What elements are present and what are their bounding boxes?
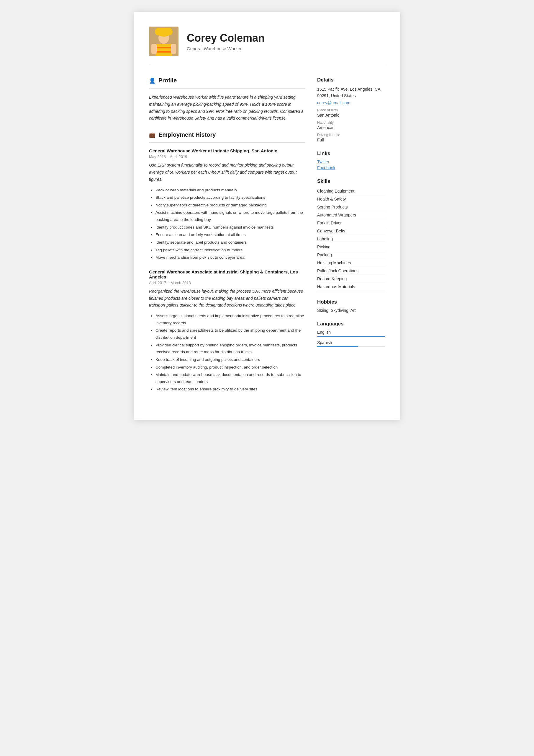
- jobs-list: General Warehouse Worker at Intinate Shi…: [149, 148, 305, 393]
- resume-document: Corey Coleman General Warehouse Worker 👤…: [134, 12, 400, 420]
- skill-item: Packing: [317, 251, 385, 259]
- nationality-label: Nationality: [317, 121, 385, 124]
- skills-title: Skills: [317, 178, 385, 184]
- skill-item: Record Keeping: [317, 275, 385, 283]
- profile-icon: 👤: [149, 77, 156, 84]
- resume-header: Corey Coleman General Warehouse Worker: [149, 27, 385, 65]
- language-item: English: [317, 330, 385, 337]
- job-dates: April 2017 – March 2018: [149, 281, 305, 285]
- list-item: Review item locations to ensure proximit…: [156, 386, 305, 393]
- nationality-value: American: [317, 125, 385, 130]
- job-bullets: Assess organizational needs and implemen…: [149, 312, 305, 393]
- detail-email: corey@email.com: [317, 100, 385, 105]
- list-item: Identify product codes and SKU numbers a…: [156, 224, 305, 231]
- skill-item: Labeling: [317, 235, 385, 243]
- job-item: General Warehouse Associate at Industria…: [149, 269, 305, 393]
- link-item[interactable]: Facebook: [317, 165, 385, 170]
- links-section: Links TwitterFacebook: [317, 150, 385, 170]
- candidate-name: Corey Coleman: [187, 32, 385, 44]
- driving-value: Full: [317, 138, 385, 142]
- skill-item: Health & Safety: [317, 195, 385, 203]
- skill-item: Picking: [317, 243, 385, 251]
- employment-section-title: 💼 Employment History: [149, 131, 305, 138]
- list-item: Provided clerical support by printing sh…: [156, 342, 305, 356]
- employment-icon: 💼: [149, 132, 156, 138]
- links-title: Links: [317, 150, 385, 156]
- right-column: Details 1515 Pacific Ave, Los Angeles, C…: [317, 77, 385, 402]
- profile-text: Experienced Warehouse worker with five y…: [149, 94, 305, 122]
- hobbies-text: Skiing, Skydiving, Art: [317, 308, 385, 313]
- place-of-birth-label: Place of birth: [317, 108, 385, 112]
- languages-section: Languages EnglishSpanish: [317, 321, 385, 347]
- skill-item: Pallet Jack Operations: [317, 267, 385, 275]
- svg-rect-9: [171, 44, 176, 54]
- svg-rect-8: [151, 44, 157, 54]
- list-item: Assess organizational needs and implemen…: [156, 312, 305, 326]
- job-description: Reorganized the warehouse layout, making…: [149, 288, 305, 309]
- main-layout: 👤 Profile Experienced Warehouse worker w…: [149, 77, 385, 402]
- job-description: Use ERP system functionality to record a…: [149, 162, 305, 183]
- list-item: Identify, separate and label products an…: [156, 239, 305, 246]
- list-item: Stack and palletize products according t…: [156, 194, 305, 201]
- job-title: General Warehouse Associate at Industria…: [149, 269, 305, 279]
- list-item: Tag pallets with the correct identificat…: [156, 247, 305, 254]
- list-item: Completed inventory auditing, product in…: [156, 364, 305, 371]
- language-bar-bg: [317, 336, 385, 337]
- svg-rect-6: [156, 47, 172, 48]
- hobbies-title: Hobbies: [317, 299, 385, 305]
- svg-rect-7: [156, 51, 172, 53]
- language-name: Spanish: [317, 340, 385, 345]
- avatar: [149, 27, 178, 56]
- links-list: TwitterFacebook: [317, 159, 385, 170]
- language-bar-fill: [317, 336, 385, 337]
- job-title: General Warehouse Worker at Intinate Shi…: [149, 148, 305, 153]
- profile-section: 👤 Profile Experienced Warehouse worker w…: [149, 77, 305, 122]
- left-column: 👤 Profile Experienced Warehouse worker w…: [149, 77, 305, 402]
- svg-rect-4: [156, 33, 171, 35]
- list-item: Pack or wrap materials and products manu…: [156, 187, 305, 194]
- language-bar-fill: [317, 346, 358, 347]
- skills-section: Skills Cleaning EquipmentHealth & Safety…: [317, 178, 385, 291]
- hobbies-section: Hobbies Skiing, Skydiving, Art: [317, 299, 385, 313]
- svg-rect-5: [156, 44, 172, 56]
- skill-item: Hazardous Materials: [317, 283, 385, 291]
- language-item: Spanish: [317, 340, 385, 347]
- language-name: English: [317, 330, 385, 335]
- employment-section: 💼 Employment History General Warehouse W…: [149, 131, 305, 393]
- list-item: Maintain and update warehouse task docum…: [156, 371, 305, 385]
- job-bullets: Pack or wrap materials and products manu…: [149, 187, 305, 261]
- skill-item: Conveyor Belts: [317, 227, 385, 235]
- list-item: Move merchandise from pick slot to conve…: [156, 254, 305, 261]
- list-item: Notify supervisors of defective products…: [156, 202, 305, 209]
- skill-item: Forklift Driver: [317, 219, 385, 227]
- place-of-birth-value: San Antonio: [317, 113, 385, 118]
- details-section: Details 1515 Pacific Ave, Los Angeles, C…: [317, 77, 385, 142]
- languages-title: Languages: [317, 321, 385, 327]
- detail-address: 1515 Pacific Ave, Los Angeles, CA 90291,…: [317, 86, 385, 99]
- link-item[interactable]: Twitter: [317, 159, 385, 164]
- skill-item: Automated Wrappers: [317, 211, 385, 219]
- language-bar-bg: [317, 346, 385, 347]
- skill-item: Sorting Products: [317, 203, 385, 211]
- list-item: Ensure a clean and orderly work station …: [156, 231, 305, 238]
- job-item: General Warehouse Worker at Intinate Shi…: [149, 148, 305, 261]
- header-info: Corey Coleman General Warehouse Worker: [187, 32, 385, 51]
- list-item: Assist machine operators with hand signa…: [156, 209, 305, 223]
- profile-section-title: 👤 Profile: [149, 77, 305, 84]
- job-dates: May 2018 – April 2019: [149, 154, 305, 159]
- skill-item: Hoisting Machines: [317, 259, 385, 267]
- driving-label: Driving license: [317, 133, 385, 137]
- skill-item: Cleaning Equipment: [317, 187, 385, 195]
- list-item: Create reports and spreadsheets to be ut…: [156, 327, 305, 341]
- languages-list: EnglishSpanish: [317, 330, 385, 347]
- details-title: Details: [317, 77, 385, 83]
- candidate-title: General Warehouse Worker: [187, 46, 385, 51]
- skills-list: Cleaning EquipmentHealth & SafetySorting…: [317, 187, 385, 291]
- list-item: Keep track of incoming and outgoing pall…: [156, 356, 305, 363]
